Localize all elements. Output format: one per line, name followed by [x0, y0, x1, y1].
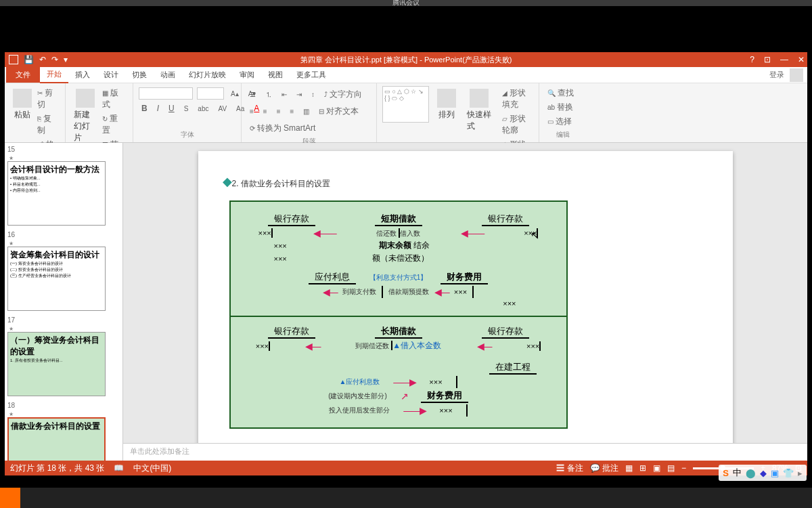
- system-tray: S 中 ⬤ ◆ ▣ 👕 ▸: [719, 465, 807, 481]
- italic-button[interactable]: I: [154, 102, 162, 114]
- language-indicator[interactable]: 中文(中国): [133, 463, 171, 474]
- notes-toggle[interactable]: ☰ 备注: [556, 463, 583, 474]
- canvas-area: ◆2. 借款业务会计科目的设置 银行存款 短期借款 银行存款 ××× ◀——: [123, 143, 807, 461]
- reading-view-icon[interactable]: ▣: [653, 463, 660, 473]
- zoom-out-icon[interactable]: −: [681, 463, 686, 473]
- help-icon[interactable]: ?: [750, 55, 754, 64]
- meeting-title: 腾讯会议: [0, 0, 812, 6]
- shape-fill-button[interactable]: ◢ 形状填充: [499, 86, 533, 112]
- copy-button[interactable]: ⎘ 复制: [35, 112, 60, 137]
- slideshow-view-icon[interactable]: ▤: [667, 463, 675, 473]
- bullets-button[interactable]: ☰: [247, 89, 258, 100]
- powerpoint-window: 💾 ↶ ↷ ▾ 第四章 会计科目设计.ppt [兼容模式] - PowerPoi…: [5, 52, 807, 475]
- start-button[interactable]: [0, 488, 20, 508]
- find-button[interactable]: 🔍 查找: [545, 86, 581, 100]
- close-icon[interactable]: ✕: [798, 55, 805, 64]
- taskbar: [0, 488, 812, 508]
- comments-toggle[interactable]: 💬 批注: [590, 463, 618, 474]
- thumbnail-18[interactable]: 18★借款业务会计科目的设置: [7, 402, 120, 461]
- layout-button[interactable]: ▦ 版式: [99, 86, 127, 112]
- increase-font-icon[interactable]: A▴: [228, 89, 242, 99]
- undo-icon[interactable]: ↶: [39, 55, 46, 64]
- slide-counter: 幻灯片 第 18 张，共 43 张: [10, 463, 104, 474]
- tray-icon-3[interactable]: ▣: [771, 468, 779, 478]
- increase-indent-button[interactable]: ⇥: [294, 89, 304, 100]
- quick-styles-icon: [470, 89, 489, 108]
- line-spacing-button[interactable]: ↕: [309, 89, 317, 100]
- align-left-button[interactable]: ≡: [247, 106, 256, 117]
- ime-lang[interactable]: 中: [733, 467, 742, 479]
- slide-content: ◆2. 借款业务会计科目的设置 银行存款 短期借款 银行存款 ××× ◀——: [198, 151, 733, 443]
- editing-group-label: 编辑: [545, 130, 581, 140]
- align-center-button[interactable]: ≡: [261, 106, 270, 117]
- thumbnail-17[interactable]: 17★（一）筹资业务会计科目的设置1. 所有者投资业务会计科目...: [7, 316, 120, 396]
- login-link[interactable]: 登录: [769, 70, 784, 80]
- notes-pane[interactable]: 单击此处添加备注: [123, 443, 807, 461]
- qat-more-icon[interactable]: ▾: [64, 55, 68, 64]
- text-direction-button[interactable]: ⤴ 文字方向: [321, 87, 365, 102]
- sorter-view-icon[interactable]: ⊞: [639, 463, 646, 473]
- ime-icon[interactable]: S: [723, 468, 729, 478]
- thumbnail-15[interactable]: 15★会计科目设计的一般方法• 明确核算对象...• 科目名称规范...• 内容…: [7, 146, 120, 226]
- underline-button[interactable]: U: [166, 102, 177, 114]
- tab-slideshow[interactable]: 幻灯片放映: [182, 67, 233, 83]
- ribbon: 粘贴 ✂ 剪切 ⎘ 复制 🖌 格式刷 剪贴板 新建 幻灯片 ▦ 版式 ↻ 重置 …: [5, 83, 807, 143]
- tab-home[interactable]: 开始: [40, 66, 68, 83]
- paste-icon: [13, 89, 32, 108]
- save-icon[interactable]: 💾: [24, 55, 34, 64]
- columns-button[interactable]: ▥: [300, 106, 312, 117]
- thumbnail-16[interactable]: 16★资金筹集会计科目的设计(一) 筹资业务会计科目的设计(二) 投资业务会计科…: [7, 231, 120, 311]
- file-tab[interactable]: 文件: [6, 67, 40, 83]
- arrange-icon: [437, 89, 456, 108]
- content-area: 15★会计科目设计的一般方法• 明确核算对象...• 科目名称规范...• 内容…: [5, 143, 807, 461]
- align-text-button[interactable]: ⊟ 对齐文本: [316, 104, 361, 119]
- statusbar: 幻灯片 第 18 张，共 43 张 📖 中文(中国) ☰ 备注 💬 批注 ▦ ⊞…: [5, 461, 807, 475]
- select-button[interactable]: ▭ 选择: [545, 114, 581, 129]
- minimize-icon[interactable]: —: [780, 55, 788, 64]
- ribbon-tabs: 文件 开始 插入 设计 切换 动画 幻灯片放映 审阅 视图 更多工具 登录: [5, 67, 807, 83]
- reset-button[interactable]: ↻ 重置: [99, 112, 127, 137]
- new-slide-icon: [76, 89, 95, 108]
- tab-view[interactable]: 视图: [261, 67, 290, 83]
- titlebar: 💾 ↶ ↷ ▾ 第四章 会计科目设计.ppt [兼容模式] - PowerPoi…: [5, 52, 807, 67]
- avatar[interactable]: [790, 68, 803, 82]
- tab-more[interactable]: 更多工具: [290, 67, 333, 83]
- font-family-input[interactable]: [139, 87, 193, 100]
- ribbon-options-icon[interactable]: ⊡: [764, 55, 771, 64]
- tab-review[interactable]: 审阅: [233, 67, 261, 83]
- new-slide-button[interactable]: 新建 幻灯片: [71, 86, 99, 152]
- strike-button[interactable]: S: [181, 104, 191, 114]
- font-group-label: 字体: [139, 130, 235, 140]
- smartart-button[interactable]: ⟳ 转换为 SmartArt: [247, 121, 318, 135]
- normal-view-icon[interactable]: ▦: [625, 463, 633, 473]
- shadow-button[interactable]: abc: [195, 104, 211, 114]
- redo-icon[interactable]: ↷: [51, 55, 58, 64]
- spacing-button[interactable]: AV: [215, 104, 229, 114]
- tray-icon-5[interactable]: ▸: [798, 468, 803, 478]
- accounting-diagram: 银行存款 短期借款 银行存款 ××× ◀—— 偿还数 借入数 ◀—— ×××: [229, 200, 568, 429]
- tab-animations[interactable]: 动画: [154, 67, 182, 83]
- decrease-indent-button[interactable]: ⇤: [279, 89, 290, 100]
- quick-access-toolbar: 💾 ↶ ↷ ▾: [5, 55, 68, 64]
- tab-insert[interactable]: 插入: [68, 67, 97, 83]
- slide-canvas[interactable]: ◆2. 借款业务会计科目的设置 银行存款 短期借款 银行存款 ××× ◀——: [123, 143, 807, 443]
- tray-icon-2[interactable]: ◆: [760, 468, 767, 478]
- shapes-gallery[interactable]: ▭ ○ △ ⬡ ☆ ↘ { } ⬭ ◇: [382, 86, 429, 123]
- window-title: 第四章 会计科目设计.ppt [兼容模式] - PowerPoint(产品激活失…: [300, 55, 512, 65]
- tray-icon-4[interactable]: 👕: [783, 468, 794, 478]
- shape-outline-button[interactable]: ▱ 形状轮廓: [499, 112, 533, 137]
- justify-button[interactable]: ≡: [288, 106, 297, 117]
- slide-thumbnails[interactable]: 15★会计科目设计的一般方法• 明确核算对象...• 科目名称规范...• 内容…: [5, 143, 123, 461]
- cut-button[interactable]: ✂ 剪切: [35, 86, 60, 112]
- tab-transitions[interactable]: 切换: [125, 67, 154, 83]
- font-size-input[interactable]: [197, 87, 224, 100]
- powerpoint-icon: [9, 55, 18, 64]
- align-right-button[interactable]: ≡: [274, 106, 284, 117]
- bold-button[interactable]: B: [139, 102, 150, 114]
- replace-button[interactable]: ab 替换: [545, 100, 581, 114]
- tab-design[interactable]: 设计: [97, 67, 125, 83]
- slide-title: ◆2. 借款业务会计科目的设置: [223, 170, 708, 191]
- spellcheck-icon[interactable]: 📖: [114, 463, 124, 473]
- tray-icon-1[interactable]: ⬤: [746, 468, 756, 478]
- numbering-button[interactable]: ⒈: [263, 89, 275, 101]
